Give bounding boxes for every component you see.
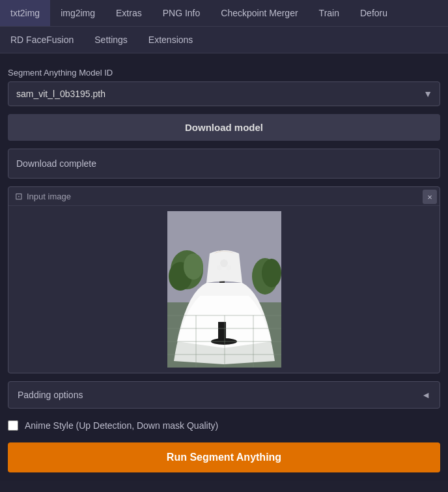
nav-bar-row1: txt2img img2img Extras PNG Info Checkpoi… [0, 0, 448, 27]
nav-bar-row2: RD FaceFusion Settings Extensions [0, 27, 448, 53]
image-container [8, 206, 440, 373]
nav-txt2img[interactable]: txt2img [0, 0, 50, 26]
svg-point-5 [184, 253, 203, 280]
model-dropdown-container: sam_vit_l_0b3195.pth sam_vit_h_4b8939.pt… [8, 81, 440, 106]
padding-options-label: Padding options [18, 390, 83, 400]
input-image-area[interactable]: ⊡ Input image × [8, 186, 440, 373]
anime-style-checkbox[interactable] [8, 420, 18, 431]
image-icon: ⊡ [15, 191, 23, 201]
nav-rd-facefusion[interactable]: RD FaceFusion [0, 27, 84, 53]
download-model-button[interactable]: Download model [8, 114, 440, 141]
image-upload-header: ⊡ Input image [8, 187, 440, 206]
svg-point-11 [217, 265, 222, 270]
nav-settings[interactable]: Settings [84, 27, 138, 53]
anime-style-row: Anime Style (Up Detection, Down mask Qua… [8, 418, 440, 433]
nav-train[interactable]: Train [309, 0, 350, 26]
nav-extensions[interactable]: Extensions [138, 27, 203, 53]
download-status: Download complete [8, 149, 440, 179]
collapse-icon: ◄ [421, 390, 430, 400]
run-segment-button[interactable]: Run Segment Anything [8, 442, 440, 472]
model-id-label: Segment Anything Model ID [8, 68, 440, 78]
nav-deforu[interactable]: Deforu [350, 0, 398, 26]
padding-options-row[interactable]: Padding options ◄ [8, 381, 440, 409]
nav-img2img[interactable]: img2img [50, 0, 105, 26]
main-content: Segment Anything Model ID sam_vit_l_0b31… [0, 53, 448, 480]
svg-point-7 [262, 259, 281, 287]
svg-point-12 [226, 265, 231, 270]
input-image-label: Input image [27, 192, 71, 201]
anime-style-label[interactable]: Anime Style (Up Detection, Down mask Qua… [25, 420, 218, 431]
nav-checkpoint-merger[interactable]: Checkpoint Merger [210, 0, 308, 26]
nav-extras[interactable]: Extras [105, 0, 152, 26]
nav-png-info[interactable]: PNG Info [152, 0, 211, 26]
dress-preview-image [167, 211, 281, 368]
image-close-button[interactable]: × [423, 190, 437, 204]
model-id-select[interactable]: sam_vit_l_0b3195.pth sam_vit_h_4b8939.pt… [8, 81, 440, 106]
